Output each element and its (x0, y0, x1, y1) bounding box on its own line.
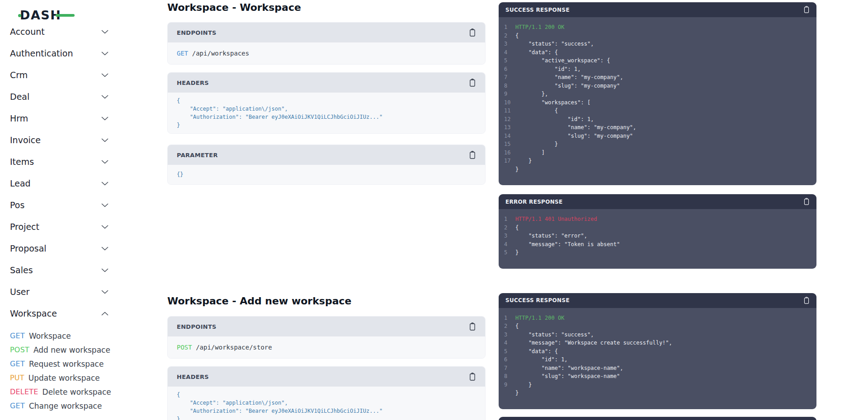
error-response-panel: ERROR RESPONSE 1HTTP/1.1 401 Unauthorize… (499, 194, 816, 269)
copy-button[interactable] (803, 198, 810, 205)
code-line: "active_workspace": { (515, 56, 610, 65)
response-code-block: 1HTTP/1.1 200 OK 2{ 3 "status": "success… (499, 17, 816, 185)
card-header: PARAMETER (168, 145, 485, 165)
sidebar-item-label: Project (10, 222, 39, 232)
clipboard-icon (469, 322, 476, 331)
logo-accent-dot (18, 14, 21, 17)
sidebar-item-hrm[interactable]: Hrm (0, 107, 140, 129)
submenu-item-label: Request workspace (29, 359, 104, 369)
code-line: { (177, 391, 476, 399)
code-block: { "Accept": "application\/json", "Author… (168, 93, 485, 133)
code-line: "status": "success", (515, 331, 594, 339)
sidebar-item-label: Items (10, 157, 34, 167)
copy-button[interactable] (803, 297, 810, 304)
line-number: 11 (504, 107, 515, 115)
line-number: 2 (504, 322, 515, 331)
code-line: } (515, 389, 519, 397)
sidebar-item-label: Invoice (10, 135, 41, 145)
submenu-item-add-new-workspace[interactable]: POST Add new workspace (10, 343, 140, 357)
docs-main-column: Workspace - Workspace ENDPOINTS GET /api… (167, 0, 486, 420)
code-line: "message": "Workspace create successfull… (515, 339, 672, 347)
sidebar-item-user[interactable]: User (0, 281, 140, 303)
line-number: 14 (504, 132, 515, 140)
code-line: "id": 1, (515, 355, 568, 364)
sidebar-item-label: Hrm (10, 113, 28, 123)
line-number: 3 (504, 331, 515, 339)
endpoint-row: GET /api/workspaces (168, 42, 485, 64)
sidebar-item-invoice[interactable]: Invoice (0, 129, 140, 151)
chevron-down-icon (101, 30, 108, 34)
endpoint-path: /api/workspace/store (196, 344, 272, 351)
code-line: } (515, 165, 519, 174)
response-code-block: 1HTTP/1.1 401 Unauthorized 2{ 3 "status"… (499, 209, 816, 269)
chevron-down-icon (101, 160, 108, 164)
clipboard-icon (803, 198, 810, 205)
code-line: "message": "Token is absent" (515, 240, 620, 249)
code-line: "name": "my-company", (515, 73, 623, 82)
sidebar-item-label: User (10, 287, 29, 297)
sidebar-item-label: Authentication (10, 48, 73, 58)
copy-button[interactable] (469, 373, 476, 381)
copy-button[interactable] (803, 6, 810, 14)
sidebar-item-authentication[interactable]: Authentication (0, 42, 140, 64)
logo-accent-dash (56, 14, 75, 17)
chevron-down-icon (101, 95, 108, 99)
submenu-item-request-workspace[interactable]: GET Request workspace (10, 357, 140, 371)
sidebar-item-label: Sales (10, 265, 33, 275)
sidebar-item-pos[interactable]: Pos (0, 194, 140, 216)
code-line: "id": 1, (515, 65, 581, 74)
submenu-item-label: Change workspace (29, 401, 102, 411)
submenu-item-label: Delete workspace (42, 387, 111, 397)
submenu-item-change-workspace[interactable]: GET Change workspace (10, 399, 140, 413)
code-line: HTTP/1.1 200 OK (515, 314, 564, 322)
clipboard-icon (803, 297, 810, 304)
copy-button[interactable] (469, 79, 476, 87)
submenu-item-workspace[interactable]: GET Workspace (10, 329, 140, 343)
chevron-down-icon (101, 247, 108, 251)
sidebar-item-project[interactable]: Project (0, 216, 140, 238)
clipboard-icon (469, 28, 476, 37)
copy-button[interactable] (469, 28, 476, 37)
code-line: "name": "workspace-name", (515, 364, 623, 373)
code-line: "status": "success", (515, 40, 594, 48)
code-line: "name": "my-company", (515, 123, 636, 132)
panel-header: SUCCESS RESPONSE (499, 293, 816, 308)
line-number: 4 (504, 339, 515, 347)
card-title: ENDPOINTS (177, 29, 217, 36)
code-line: "workspaces": [ (515, 98, 590, 107)
code-line: "slug": "my-company" (515, 82, 620, 90)
sidebar-item-lead[interactable]: Lead (0, 173, 140, 194)
line-number: 2 (504, 224, 515, 232)
line-number (504, 165, 515, 174)
line-number (504, 389, 515, 397)
code-line: "data": { (515, 48, 558, 57)
sidebar-item-workspace[interactable]: Workspace (0, 303, 140, 324)
parameter-card: PARAMETER {} (167, 145, 486, 185)
copy-button[interactable] (469, 322, 476, 331)
sidebar-item-deal[interactable]: Deal (0, 86, 140, 107)
workspace-submenu: GET Workspace POST Add new workspace GET… (0, 324, 140, 413)
code-line: { (515, 32, 519, 40)
line-number: 10 (504, 98, 515, 107)
code-line: }, (515, 90, 548, 98)
sidebar-item-crm[interactable]: Crm (0, 64, 140, 86)
endpoint-row: POST /api/workspace/store (168, 336, 485, 358)
sidebar-item-label: Workspace (10, 308, 57, 318)
line-number: 12 (504, 115, 515, 124)
endpoint-path: /api/workspaces (192, 50, 249, 57)
sidebar-item-items[interactable]: Items (0, 151, 140, 173)
code-line: "id": 1, (515, 115, 594, 124)
card-header: HEADERS (168, 73, 485, 93)
copy-button[interactable] (469, 151, 476, 159)
submenu-item-label: Workspace (29, 331, 71, 341)
sidebar-item-proposal[interactable]: Proposal (0, 238, 140, 259)
line-number: 1 (504, 23, 515, 32)
code-line: "Accept": "application\/json", (177, 399, 476, 407)
panel-header: SUCCESS RESPONSE (499, 2, 816, 17)
app-logo[interactable]: DASH (20, 7, 61, 23)
sidebar-item-account[interactable]: Account (0, 21, 140, 42)
submenu-item-update-workspace[interactable]: PUT Update workspace (10, 371, 140, 385)
sidebar-item-sales[interactable]: Sales (0, 259, 140, 281)
http-method-badge: GET (10, 359, 25, 368)
submenu-item-delete-workspace[interactable]: DELETE Delete workspace (10, 385, 140, 399)
